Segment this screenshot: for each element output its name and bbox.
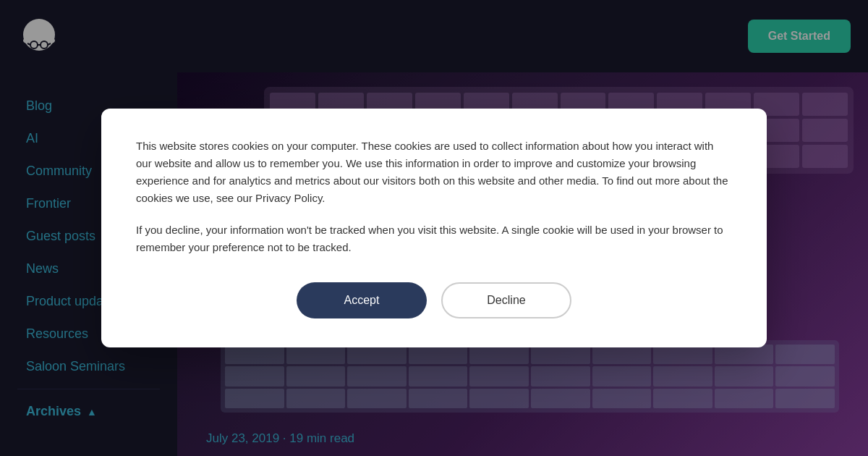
cookie-text-2: If you decline, your information won't b… (136, 221, 732, 256)
cookie-text-1: This website stores cookies on your comp… (136, 138, 732, 207)
modal-actions: Accept Decline (136, 282, 732, 318)
modal-overlay: This website stores cookies on your comp… (0, 0, 868, 456)
accept-button[interactable]: Accept (297, 282, 427, 318)
cookie-modal: This website stores cookies on your comp… (101, 109, 767, 347)
decline-button[interactable]: Decline (441, 282, 571, 318)
